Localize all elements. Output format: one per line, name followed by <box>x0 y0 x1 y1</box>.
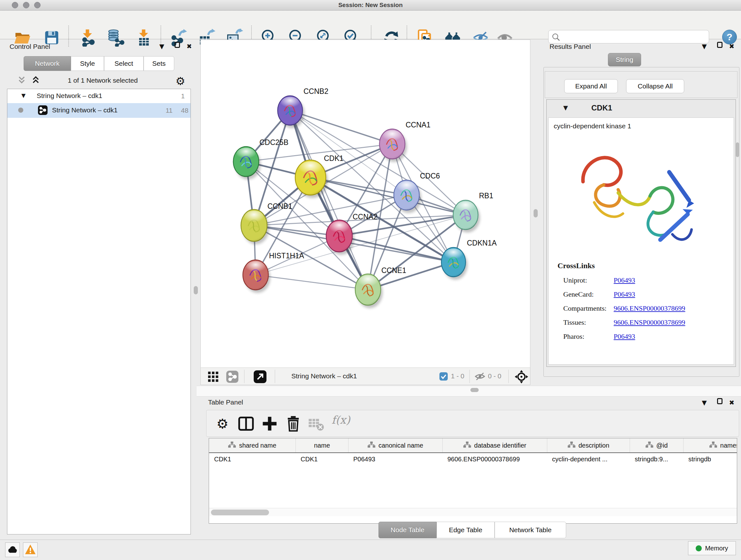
crosslink-row: Pharos:P06493 <box>549 330 734 344</box>
network-node-RB1[interactable]: RB1 <box>453 192 493 233</box>
network-node-CDK1[interactable]: CDK1 <box>295 154 343 198</box>
tab-select[interactable]: Select <box>104 56 144 71</box>
crosslink-label: GeneCard: <box>563 290 594 299</box>
tab-network[interactable]: Network <box>23 56 71 71</box>
network-node-HIST1H1A[interactable]: HIST1H1A <box>243 252 305 293</box>
delete-column-trash-icon[interactable] <box>284 415 302 433</box>
crosslink-value-link[interactable]: P06493 <box>614 332 635 341</box>
column-header--id[interactable]: @id <box>630 438 683 452</box>
tab-network-table[interactable]: Network Table <box>495 522 566 538</box>
vertical-splitter-handle[interactable] <box>534 209 538 217</box>
detach-view-icon[interactable] <box>254 370 266 383</box>
network-options-gear-icon[interactable]: ⚙ <box>176 75 185 87</box>
grid-view-icon[interactable] <box>208 371 219 382</box>
table-body: CDK1CDK1P064939606.ENSP00000378699cyclin… <box>209 453 737 466</box>
network-name: String Network – cdk1 <box>52 106 118 114</box>
expand-all-chevron-icon[interactable] <box>30 76 41 85</box>
network-view-mode-icon[interactable] <box>226 371 239 383</box>
tab-edge-table[interactable]: Edge Table <box>436 522 495 538</box>
column-header-namespace[interactable]: namespace <box>683 438 737 452</box>
table-cell[interactable]: 9606.ENSP00000378699 <box>442 453 547 466</box>
network-graph[interactable]: CCNB2CCNA1CDC25BCDK1CDC6RB1CCNB1CCNA2CDK… <box>201 40 531 368</box>
node-table[interactable]: shared namenamecanonical namedatabase id… <box>209 438 737 523</box>
title-bar: Session: New Session <box>0 0 741 10</box>
show-columns-icon[interactable] <box>237 415 255 433</box>
tab-string[interactable]: String <box>608 53 641 66</box>
hierarchy-icon <box>568 441 576 450</box>
collapse-all-chevron-icon[interactable] <box>17 76 27 85</box>
table-cell[interactable]: stringdb <box>683 453 737 466</box>
network-node-CCNA2[interactable]: CCNA2 <box>326 212 378 255</box>
column-header-name[interactable]: name <box>295 438 348 452</box>
table-row[interactable]: CDK1CDK1P064939606.ENSP00000378699cyclin… <box>209 453 737 466</box>
expand-all-button[interactable]: Expand All <box>564 79 618 93</box>
selected-checkbox-icon[interactable] <box>440 372 448 381</box>
results-panel-float-icon[interactable] <box>715 42 724 50</box>
cloud-status-icon[interactable] <box>5 543 20 557</box>
column-header-shared-name[interactable]: shared name <box>209 438 295 452</box>
table-header-row: shared namenamecanonical namedatabase id… <box>209 438 737 453</box>
horizontal-splitter-handle[interactable] <box>470 388 479 392</box>
control-panel-float-icon[interactable] <box>172 42 182 50</box>
results-panel-title: Results Panel <box>549 43 591 51</box>
network-collection-row[interactable]: ▼ String Network – cdk1 1 <box>7 89 191 103</box>
network-edge[interactable] <box>256 275 368 290</box>
import-table-file-icon[interactable] <box>135 29 152 47</box>
table-cell[interactable]: CDK1 <box>295 453 348 466</box>
network-node-CDKN1A[interactable]: CDKN1A <box>441 239 497 280</box>
table-cell[interactable]: cyclin-dependent ... <box>547 453 630 466</box>
table-panel-close-icon[interactable]: ✖ <box>727 398 737 407</box>
control-panel-close-icon[interactable]: ✖ <box>185 42 194 51</box>
network-edge[interactable] <box>290 111 368 290</box>
tab-node-table[interactable]: Node Table <box>379 522 436 538</box>
table-panel-menu-icon[interactable]: ▼ <box>699 398 709 407</box>
memory-button[interactable]: Memory <box>688 541 736 555</box>
control-panel-menu-icon[interactable]: ▼ <box>157 42 166 51</box>
vertical-splitter-handle[interactable] <box>194 286 198 294</box>
network-edge[interactable] <box>290 111 392 144</box>
results-panel-scrollbar[interactable] <box>736 142 739 157</box>
delete-table-icon[interactable] <box>307 415 325 433</box>
crosslink-value-link[interactable]: P06493 <box>614 276 635 285</box>
table-cell[interactable]: P06493 <box>348 453 442 466</box>
tab-style[interactable]: Style <box>71 56 104 71</box>
control-panel-tabs: NetworkStyleSelectSets <box>23 56 174 71</box>
gene-disclosure-icon[interactable]: ▼ <box>563 104 568 111</box>
toolbar-separator <box>275 370 275 383</box>
import-network-file-icon[interactable] <box>78 29 96 47</box>
collection-disclosure-icon[interactable]: ▼ <box>21 92 25 99</box>
network-row[interactable]: String Network – cdk1 11 48 <box>7 103 191 118</box>
network-edge[interactable] <box>339 236 454 262</box>
function-builder-icon[interactable]: f(x) <box>332 414 350 426</box>
import-network-database-icon[interactable] <box>107 29 125 47</box>
network-selection-row: 1 of 1 Network selected ⚙ <box>7 73 191 88</box>
network-node-CCNE1[interactable]: CCNE1 <box>355 266 406 308</box>
node-label: CDKN1A <box>467 239 497 247</box>
scrollbar-thumb[interactable] <box>211 509 269 515</box>
column-header-description[interactable]: description <box>547 438 630 452</box>
crosslink-value-link[interactable]: 9606.ENSP00000378699 <box>614 318 685 327</box>
column-header-canonical-name[interactable]: canonical name <box>348 438 442 452</box>
birdseye-crosshair-icon[interactable] <box>515 370 528 383</box>
column-header-database-identifier[interactable]: database identifier <box>442 438 547 452</box>
table-cell[interactable]: stringdb:9... <box>630 453 683 466</box>
table-panel-float-icon[interactable] <box>715 398 724 406</box>
horizontal-splitter[interactable] <box>197 386 741 396</box>
tab-sets[interactable]: Sets <box>144 56 174 71</box>
selected-counts: 1 - 0 <box>451 372 464 380</box>
gene-description: cyclin-dependent kinase 1 <box>554 122 631 130</box>
create-column-icon[interactable] <box>261 415 279 433</box>
warning-status-icon[interactable] <box>23 543 38 557</box>
search-icon <box>552 33 560 41</box>
table-options-gear-icon[interactable]: ⚙ <box>213 415 231 433</box>
table-cell[interactable]: CDK1 <box>209 453 295 466</box>
results-panel-close-icon[interactable]: ✖ <box>727 42 737 51</box>
crosslink-value-link[interactable]: 9606.ENSP00000378699 <box>614 304 685 313</box>
table-panel-title: Table Panel <box>208 398 243 406</box>
results-panel-menu-icon[interactable]: ▼ <box>699 42 709 51</box>
gene-section-header[interactable]: ▼ CDK1 <box>547 100 736 117</box>
crosslink-value-link[interactable]: P06493 <box>614 290 635 299</box>
collapse-all-button[interactable]: Collapse All <box>626 79 684 93</box>
table-horizontal-scrollbar[interactable] <box>209 508 737 516</box>
search-input[interactable] <box>562 31 706 43</box>
